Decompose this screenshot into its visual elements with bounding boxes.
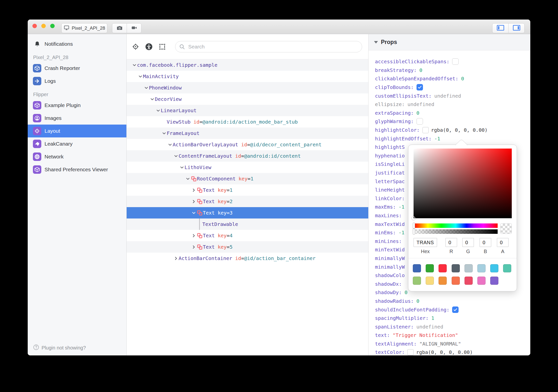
tree-row-phonewindow[interactable]: PhoneWindow [127,82,368,93]
chevron-down-icon[interactable] [191,210,196,216]
tree-row-text[interactable]: Textkey=4 [127,230,368,241]
toggle-left-pane-button[interactable] [492,23,508,33]
chevron-right-icon[interactable] [191,244,196,250]
gradient-cursor[interactable] [412,217,415,220]
close-button[interactable] [32,24,37,28]
tree-row-lithoview[interactable]: LithoView [127,162,368,173]
props-header[interactable]: Props [369,34,530,50]
chevron-down-icon[interactable] [161,131,167,136]
chevron-down-icon[interactable] [132,62,137,68]
bird-icon [33,140,41,148]
sidebar-item-leakcanary[interactable]: LeakCanary [28,137,126,150]
tree-row-com-facebook-flipper-sample[interactable]: com.facebook.flipper.sample [127,59,368,71]
chevron-down-icon[interactable] [155,108,161,113]
prop-key: spacingMultiplier: [375,315,429,321]
screenshot-button[interactable] [112,23,127,33]
prop-key: minimallyW [375,255,405,261]
color-swatch[interactable] [413,264,421,272]
chevron-right-icon[interactable] [173,256,179,261]
screen-record-button[interactable] [127,23,141,33]
color-swatch[interactable] [490,277,498,285]
color-swatch[interactable] [477,277,486,285]
tree-row-text[interactable]: Textkey=3 [127,207,368,218]
green-input[interactable] [462,238,474,247]
attr-value: 3 [230,210,232,216]
target-element-button[interactable] [132,43,140,51]
checkbox-checked[interactable] [452,306,459,313]
blue-input[interactable] [480,238,491,247]
color-swatch[interactable] [439,277,447,285]
tree-row-linearlayout[interactable]: LinearLayout [127,105,368,116]
tree-row-actionbaroverlaylayout[interactable]: ActionBarOverlayLayoutid=@id/decor_conte… [127,139,368,150]
search-input[interactable] [175,41,362,52]
color-swatch[interactable] [452,277,460,285]
color-swatch[interactable] [503,264,511,272]
element-name: Text [203,210,215,216]
sidebar-item-example-plugin[interactable]: Example Plugin [28,99,126,112]
sidebar-item-network[interactable]: Network [28,150,126,163]
tree-row-text[interactable]: Textkey=2 [127,196,368,207]
tree-row-textdrawable[interactable]: TextDrawable [127,218,368,230]
prop-value: undefined [434,93,461,99]
alpha-slider-handle[interactable] [413,229,415,235]
checkbox-unchecked[interactable] [452,58,459,65]
tree-row-mainactivity[interactable]: MainActivity [127,71,368,82]
sidebar-item-images[interactable]: Images [28,112,126,125]
prop-row-highlightendoffset: highlightEndOffset:-1 [375,134,530,143]
select-element-button[interactable] [158,43,166,51]
sidebar-item-shared-preferences-viewer[interactable]: Shared Preferences Viewer [28,163,126,176]
attr-value: 2 [230,198,232,204]
chevron-down-icon[interactable] [138,74,143,79]
checkbox-unchecked[interactable] [417,118,423,125]
color-value-swatch[interactable] [407,349,414,355]
accessibility-button[interactable] [145,43,153,51]
color-swatch[interactable] [477,264,486,272]
sidebar-item-notifications[interactable]: Notifications [28,38,126,50]
color-value-swatch[interactable] [422,127,429,133]
color-swatch[interactable] [490,264,498,272]
popup-divider [408,258,517,258]
chevron-down-icon[interactable] [185,176,190,181]
tree-row-framelayout[interactable]: FrameLayout [127,128,368,139]
alpha-slider[interactable] [414,229,498,234]
chevron-right-icon[interactable] [191,187,196,193]
chevron-right-icon[interactable] [191,199,196,204]
plugin-not-showing-link[interactable]: Plugin not showing? [33,344,86,351]
tree-row-contentframelayout[interactable]: ContentFrameLayoutid=@android:id/content [127,150,368,162]
color-swatch[interactable] [452,264,460,272]
color-swatch[interactable] [413,277,421,285]
red-input[interactable] [445,238,457,247]
sidebar-item-layout[interactable]: Layout [28,125,126,137]
saturation-value-gradient[interactable] [414,149,512,218]
tree-row-text[interactable]: Textkey=5 [127,241,368,253]
attr-value: 4 [230,233,232,239]
chevron-down-icon[interactable] [179,165,185,170]
color-swatch[interactable] [439,264,447,272]
tree-row-viewstub[interactable]: ViewStubid=@android:id/action_mode_bar_s… [127,116,368,128]
chevron-down-icon[interactable] [167,142,173,147]
tree-row-actionbarcontainer[interactable]: ActionBarContainerid=@id/action_bar_cont… [127,253,368,264]
alpha-input[interactable] [497,238,509,247]
zoom-button[interactable] [50,24,55,28]
color-swatch[interactable] [465,277,473,285]
g-label: G [462,249,474,254]
chevron-down-icon[interactable] [149,96,155,102]
tree-row-rootcomponent[interactable]: RootComponentkey=1 [127,173,368,184]
color-swatch[interactable] [465,264,473,272]
hue-slider[interactable] [414,223,498,228]
color-swatch[interactable] [426,264,434,272]
chevron-down-icon[interactable] [143,85,149,90]
hex-input[interactable] [414,238,437,247]
color-swatch[interactable] [426,277,434,285]
device-selector-button[interactable]: Pixel_2_API_28 [61,23,107,33]
minimize-button[interactable] [41,24,46,28]
tree-row-decorview[interactable]: DecorView [127,93,368,105]
toggle-right-pane-button[interactable] [508,23,524,33]
chevron-right-icon[interactable] [191,233,196,238]
hue-slider-handle[interactable] [413,223,415,229]
chevron-down-icon[interactable] [173,153,179,159]
sidebar-item-logs[interactable]: Logs [28,75,126,87]
tree-row-text[interactable]: Textkey=1 [127,184,368,196]
sidebar-item-crash-reporter[interactable]: Crash Reporter [28,62,126,75]
checkbox-checked[interactable] [417,84,423,90]
